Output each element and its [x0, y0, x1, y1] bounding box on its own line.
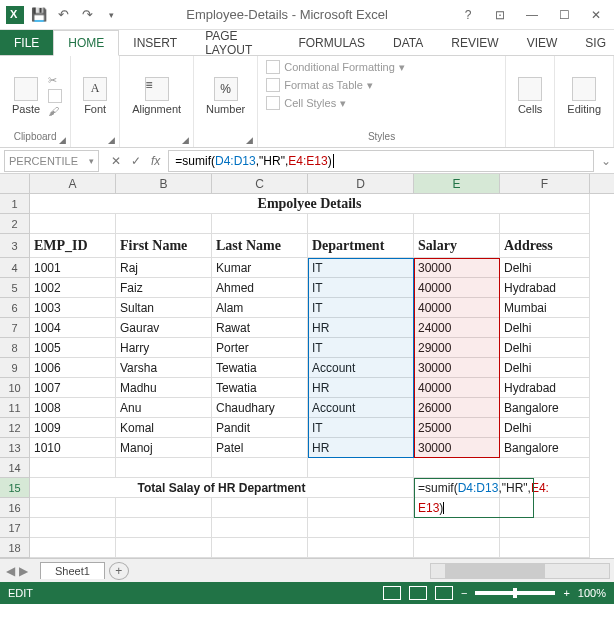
tab-formulas[interactable]: FORMULAS [284, 30, 379, 55]
spreadsheet-grid[interactable]: A B C D E F 1 Empolyee Details 2 3 EMP_I… [0, 174, 614, 558]
cell-salary[interactable]: 25000 [414, 418, 500, 438]
cell-dept[interactable]: IT [308, 338, 414, 358]
cell-last[interactable]: Patel [212, 438, 308, 458]
cell-addr[interactable]: Hydrabad [500, 278, 590, 298]
cut-button[interactable]: ✂ [48, 74, 62, 87]
cell-empid[interactable]: 1004 [30, 318, 116, 338]
cell-dept[interactable]: HR [308, 318, 414, 338]
horizontal-scrollbar[interactable] [430, 563, 610, 579]
cell-styles-button[interactable]: Cell Styles ▾ [266, 96, 346, 110]
row-header[interactable]: 8 [0, 338, 30, 358]
cell-empid[interactable]: 1008 [30, 398, 116, 418]
cell-addr[interactable]: Delhi [500, 318, 590, 338]
title-cell[interactable]: Empolyee Details [30, 194, 590, 214]
col-header-B[interactable]: B [116, 174, 212, 193]
sheet-nav-next-icon[interactable]: ▶ [19, 564, 28, 578]
cell-E16-overflow[interactable]: E13) [414, 498, 500, 518]
ribbon-options-icon[interactable]: ⊡ [486, 4, 514, 26]
namebox-dropdown-icon[interactable]: ▾ [89, 156, 94, 166]
header-empid[interactable]: EMP_ID [30, 234, 116, 258]
clipboard-launcher-icon[interactable]: ◢ [59, 135, 66, 145]
cell-addr[interactable]: Delhi [500, 418, 590, 438]
row-header[interactable]: 13 [0, 438, 30, 458]
alignment-launcher-icon[interactable]: ◢ [182, 135, 189, 145]
cell-salary[interactable]: 40000 [414, 278, 500, 298]
col-header-A[interactable]: A [30, 174, 116, 193]
row-header[interactable]: 6 [0, 298, 30, 318]
tab-review[interactable]: REVIEW [437, 30, 512, 55]
row-header[interactable]: 10 [0, 378, 30, 398]
number-button[interactable]: %Number [202, 75, 249, 117]
cell-empid[interactable]: 1005 [30, 338, 116, 358]
summary-label-cell[interactable]: Total Salay of HR Department [30, 478, 414, 498]
expand-formula-bar-icon[interactable]: ⌄ [598, 154, 614, 168]
cell-empid[interactable]: 1009 [30, 418, 116, 438]
font-launcher-icon[interactable]: ◢ [108, 135, 115, 145]
view-page-break-icon[interactable] [435, 586, 453, 600]
header-first[interactable]: First Name [116, 234, 212, 258]
cell-empid[interactable]: 1010 [30, 438, 116, 458]
cell-last[interactable]: Tewatia [212, 358, 308, 378]
enter-formula-icon[interactable]: ✓ [131, 154, 141, 168]
cell-salary[interactable]: 40000 [414, 378, 500, 398]
save-icon[interactable]: 💾 [30, 6, 48, 24]
cell-first[interactable]: Sultan [116, 298, 212, 318]
cell-dept[interactable]: Account [308, 358, 414, 378]
sheet-tab-sheet1[interactable]: Sheet1 [40, 562, 105, 579]
cell-dept[interactable]: HR [308, 438, 414, 458]
col-header-C[interactable]: C [212, 174, 308, 193]
cell-last[interactable]: Rawat [212, 318, 308, 338]
excel-icon[interactable] [6, 6, 24, 24]
cell-first[interactable]: Komal [116, 418, 212, 438]
cell-salary[interactable]: 29000 [414, 338, 500, 358]
zoom-out-icon[interactable]: − [461, 587, 467, 599]
editing-button[interactable]: Editing [563, 75, 605, 117]
qat-dropdown-icon[interactable]: ▾ [102, 6, 120, 24]
cell-salary[interactable]: 30000 [414, 358, 500, 378]
cell-first[interactable]: Faiz [116, 278, 212, 298]
add-sheet-button[interactable]: + [109, 562, 129, 580]
cell-dept[interactable]: IT [308, 258, 414, 278]
conditional-formatting-button[interactable]: Conditional Formatting ▾ [266, 60, 405, 74]
fx-icon[interactable]: fx [151, 154, 160, 168]
view-normal-icon[interactable] [383, 586, 401, 600]
cell-last[interactable]: Ahmed [212, 278, 308, 298]
cell-salary[interactable]: 30000 [414, 438, 500, 458]
cell-addr[interactable]: Hydrabad [500, 378, 590, 398]
cell-last[interactable]: Kumar [212, 258, 308, 278]
col-header-F[interactable]: F [500, 174, 590, 193]
tab-signin[interactable]: Sig [571, 30, 614, 55]
zoom-in-icon[interactable]: + [563, 587, 569, 599]
font-button[interactable]: AFont [79, 75, 111, 117]
cell-addr[interactable]: Bangalore [500, 438, 590, 458]
alignment-button[interactable]: ≡Alignment [128, 75, 185, 117]
zoom-slider[interactable] [475, 591, 555, 595]
cell-last[interactable]: Chaudhary [212, 398, 308, 418]
cell-empid[interactable]: 1002 [30, 278, 116, 298]
help-icon[interactable]: ? [454, 4, 482, 26]
cell-addr[interactable]: Delhi [500, 338, 590, 358]
tab-view[interactable]: VIEW [513, 30, 572, 55]
cell-first[interactable]: Gaurav [116, 318, 212, 338]
cell-first[interactable]: Varsha [116, 358, 212, 378]
col-header-E[interactable]: E [414, 174, 500, 193]
undo-icon[interactable]: ↶ [54, 6, 72, 24]
header-dept[interactable]: Department [308, 234, 414, 258]
row-header[interactable]: 16 [0, 498, 30, 518]
cell-empid[interactable]: 1001 [30, 258, 116, 278]
select-all-corner[interactable] [0, 174, 30, 193]
active-cell-E15[interactable]: =sumif(D4:D13,"HR",E4: [414, 478, 500, 498]
tab-pagelayout[interactable]: PAGE LAYOUT [191, 30, 284, 55]
tab-data[interactable]: DATA [379, 30, 437, 55]
cell-dept[interactable]: Account [308, 398, 414, 418]
tab-insert[interactable]: INSERT [119, 30, 191, 55]
cell-dept[interactable]: HR [308, 378, 414, 398]
format-painter-button[interactable]: 🖌 [48, 105, 62, 117]
cell-dept[interactable]: IT [308, 298, 414, 318]
cell-addr[interactable]: Mumbai [500, 298, 590, 318]
cell-last[interactable]: Tewatia [212, 378, 308, 398]
copy-button[interactable] [48, 89, 62, 103]
scrollbar-thumb[interactable] [445, 564, 545, 578]
cell-first[interactable]: Raj [116, 258, 212, 278]
tab-home[interactable]: HOME [53, 30, 119, 56]
